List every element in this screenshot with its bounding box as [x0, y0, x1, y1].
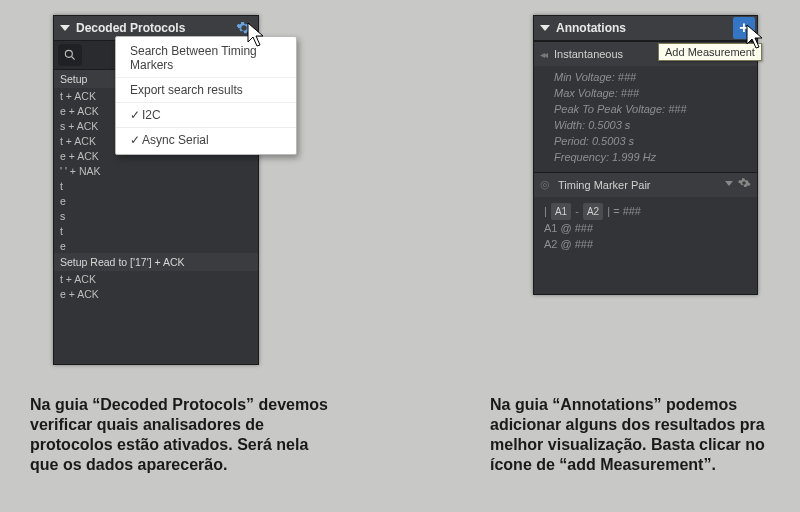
tmp-row-a2: A2 @ ### [544, 236, 749, 253]
menu-search-markers[interactable]: Search Between Timing Markers [116, 39, 296, 78]
max-voltage: Max Voltage: ### [554, 86, 749, 102]
rewind-icon: ◂◂ [540, 49, 546, 60]
tag-a2: A2 [583, 203, 603, 220]
section-title: Instantaneous [554, 48, 623, 60]
list-item: t + ACK [54, 271, 258, 286]
search-icon[interactable] [58, 44, 82, 66]
tmp-eq: = ### [613, 205, 641, 217]
panel-title: Annotations [556, 21, 626, 35]
collapse-icon [60, 25, 70, 31]
min-voltage: Min Voltage: ### [554, 70, 749, 86]
instantaneous-body: Min Voltage: ### Max Voltage: ### Peak T… [534, 66, 757, 172]
caption-right: Na guia “Annotations” podemos adicionar … [490, 395, 780, 475]
peak-to-peak: Peak To Peak Voltage: ### [554, 102, 749, 118]
gear-icon[interactable] [737, 176, 753, 192]
period: Period: 0.5003 s [554, 134, 749, 150]
list-item: e + ACK [54, 286, 258, 301]
timing-marker-body: | A1 - A2 | = ### A1 @ ### A2 @ ### [534, 197, 757, 259]
frequency: Frequency: 1.999 Hz [554, 150, 749, 166]
tag-a1: A1 [551, 203, 571, 220]
list-item: ' ' + NAK [54, 163, 258, 178]
menu-async-serial[interactable]: Async Serial [116, 128, 296, 152]
menu-export[interactable]: Export search results [116, 78, 296, 103]
chevron-down-icon[interactable] [725, 181, 733, 186]
add-measurement-button[interactable]: + [733, 17, 755, 39]
panel-title: Decoded Protocols [76, 21, 185, 35]
svg-point-0 [65, 50, 72, 57]
list-item: e [54, 193, 258, 208]
caption-left: Na guia “Decoded Protocols” devemos veri… [30, 395, 340, 475]
collapse-icon [540, 25, 550, 31]
annotations-header[interactable]: Annotations + [534, 16, 757, 41]
gear-icon[interactable] [234, 18, 254, 38]
svg-line-1 [72, 57, 75, 60]
bulb-icon: ◎ [540, 178, 550, 191]
add-measurement-tooltip: Add Measurement [658, 43, 762, 61]
list-item: e [54, 238, 258, 253]
timing-marker-section: ◎ Timing Marker Pair | A1 - A2 | = ### A… [534, 172, 757, 259]
width: Width: 0.5003 s [554, 118, 749, 134]
tmp-row-a1: A1 @ ### [544, 220, 749, 237]
menu-i2c[interactable]: I2C [116, 103, 296, 128]
list-item: t [54, 223, 258, 238]
setup-read-label: Setup Read to ['17'] + ACK [54, 253, 258, 271]
tmp-diff: | A1 - A2 | = ### [544, 203, 749, 220]
gear-dropdown: Search Between Timing Markers Export sea… [115, 36, 297, 155]
list-item: t [54, 178, 258, 193]
section-title: Timing Marker Pair [558, 179, 651, 191]
timing-marker-header[interactable]: ◎ Timing Marker Pair [534, 173, 757, 197]
list-item: s [54, 208, 258, 223]
